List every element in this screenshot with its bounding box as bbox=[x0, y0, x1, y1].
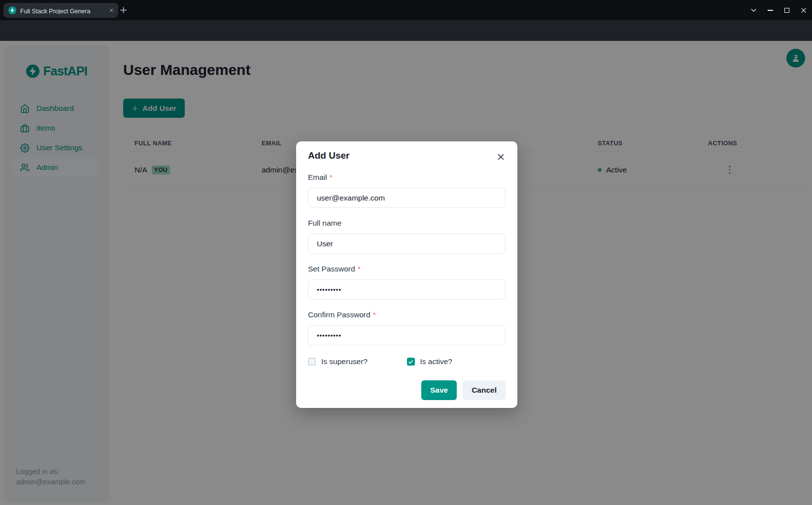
confirm-password-label: Confirm Password bbox=[308, 310, 371, 319]
browser-titlebar: Full Stack Project Genera bbox=[0, 0, 812, 20]
window-maximize-button[interactable] bbox=[778, 8, 795, 13]
set-password-label: Set Password bbox=[308, 265, 355, 273]
is-superuser-checkbox-group[interactable]: Is superuser? bbox=[308, 357, 407, 366]
full-name-input[interactable] bbox=[308, 234, 506, 254]
window-close-button[interactable] bbox=[795, 7, 812, 14]
browser-window: Full Stack Project Genera bbox=[0, 0, 812, 505]
set-password-field-group: Set Password * bbox=[308, 264, 506, 300]
full-name-field-group: Full name bbox=[308, 218, 506, 254]
save-button[interactable]: Save bbox=[421, 380, 457, 400]
required-asterisk: * bbox=[358, 265, 361, 273]
check-icon bbox=[408, 359, 413, 365]
modal-title: Add User bbox=[308, 149, 506, 162]
full-name-label: Full name bbox=[308, 219, 341, 228]
tab-search-chevron-icon[interactable] bbox=[745, 6, 762, 14]
tab-close-icon[interactable] bbox=[108, 7, 114, 13]
email-label: Email bbox=[308, 173, 327, 182]
is-active-checkbox[interactable] bbox=[407, 358, 415, 366]
tab-title: Full Stack Project Genera bbox=[20, 8, 90, 14]
confirm-password-input[interactable] bbox=[308, 325, 506, 345]
checkbox-row: Is superuser? Is active? bbox=[308, 357, 506, 366]
close-icon bbox=[497, 153, 505, 161]
email-input[interactable] bbox=[308, 188, 506, 208]
set-password-input[interactable] bbox=[308, 279, 506, 300]
is-superuser-label: Is superuser? bbox=[321, 357, 368, 366]
browser-tab[interactable]: Full Stack Project Genera bbox=[3, 3, 118, 18]
browser-toolbar: i localhost/admin 1 bbox=[0, 20, 812, 41]
fastapi-favicon-icon bbox=[8, 6, 16, 14]
add-user-modal: Add User Email * Full name Set Passw bbox=[296, 141, 517, 408]
is-active-checkbox-group[interactable]: Is active? bbox=[407, 357, 506, 366]
new-tab-button[interactable] bbox=[119, 6, 128, 16]
window-minimize-button[interactable] bbox=[762, 10, 778, 11]
cancel-button[interactable]: Cancel bbox=[463, 380, 506, 400]
required-asterisk: * bbox=[373, 310, 376, 319]
required-asterisk: * bbox=[330, 173, 333, 182]
confirm-password-field-group: Confirm Password * bbox=[308, 309, 506, 345]
modal-close-button[interactable] bbox=[494, 150, 508, 164]
is-active-label: Is active? bbox=[420, 357, 452, 366]
is-superuser-checkbox[interactable] bbox=[308, 358, 316, 366]
email-field-group: Email * bbox=[308, 172, 506, 208]
page-content: FastAPI Dashboard Items User Settings A bbox=[0, 41, 812, 505]
